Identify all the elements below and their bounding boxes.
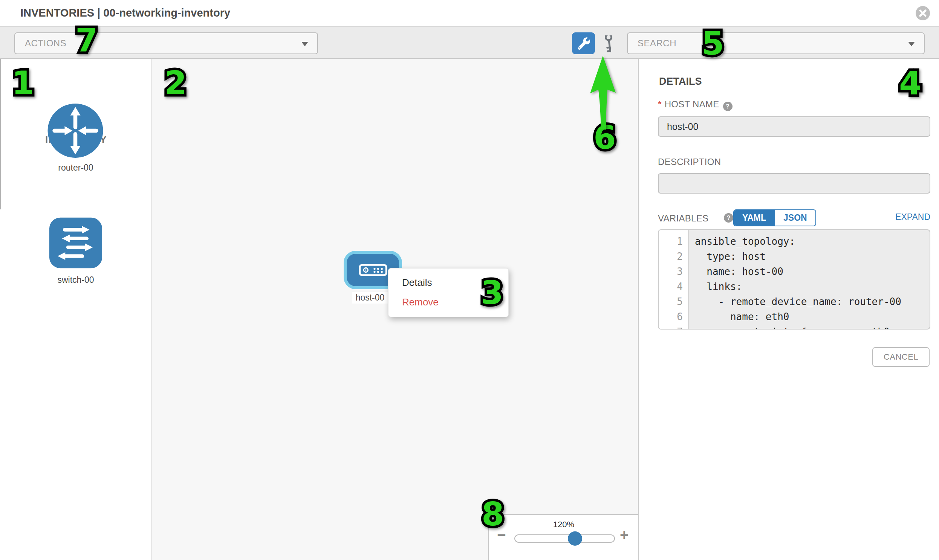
zoom-control-panel: 120% − + bbox=[488, 514, 638, 560]
palette-item-router[interactable] bbox=[47, 102, 104, 160]
editor-line: 2 type: host bbox=[658, 249, 930, 264]
line-number: 1 bbox=[658, 234, 689, 249]
host-name-label-text: HOST NAME bbox=[665, 99, 719, 109]
actions-dropdown-label: ACTIONS bbox=[25, 33, 66, 54]
editor-line: 5 - remote_device_name: router-00 bbox=[658, 294, 930, 309]
description-field-label: DESCRIPTION bbox=[658, 157, 721, 167]
zoom-in-button[interactable]: + bbox=[620, 527, 629, 542]
editor-line: 1ansible_topology: bbox=[658, 234, 930, 249]
toolbar-key-button[interactable] bbox=[600, 35, 618, 53]
search-dropdown-label: SEARCH bbox=[638, 33, 676, 54]
context-menu-item-remove[interactable]: Remove bbox=[402, 296, 439, 308]
line-code: type: host bbox=[689, 249, 766, 264]
router-icon bbox=[47, 102, 104, 159]
search-dropdown[interactable]: SEARCH bbox=[627, 32, 925, 54]
editor-content: 1ansible_topology: 2 type: host 3 name: … bbox=[658, 230, 930, 329]
line-number: 4 bbox=[658, 279, 689, 294]
chevron-down-icon bbox=[301, 42, 308, 46]
line-code: remote_interface_name: eth0 bbox=[689, 324, 890, 329]
key-icon bbox=[601, 35, 618, 53]
details-panel-title: DETAILS bbox=[659, 76, 702, 88]
wrench-icon bbox=[577, 37, 590, 50]
line-number: 5 bbox=[658, 294, 689, 309]
chevron-down-icon bbox=[908, 42, 915, 46]
close-button[interactable] bbox=[916, 6, 930, 20]
required-marker: * bbox=[658, 99, 661, 109]
editor-line: 3 name: host-00 bbox=[658, 264, 930, 279]
help-icon[interactable]: ? bbox=[723, 102, 732, 111]
tab-yaml[interactable]: YAML bbox=[734, 210, 774, 226]
host-icon bbox=[358, 264, 389, 276]
line-code: ansible_topology: bbox=[689, 234, 795, 249]
line-code: name: eth0 bbox=[689, 309, 789, 324]
actions-dropdown[interactable]: ACTIONS bbox=[14, 32, 318, 54]
cancel-button[interactable]: CANCEL bbox=[872, 347, 930, 367]
host-name-input[interactable] bbox=[658, 116, 930, 137]
host-node-label: host-00 bbox=[352, 292, 389, 303]
zoom-slider-thumb[interactable] bbox=[568, 531, 582, 546]
switch-icon bbox=[48, 215, 104, 271]
variables-code-editor[interactable]: 1ansible_topology: 2 type: host 3 name: … bbox=[658, 229, 930, 329]
variables-row: VARIABLES ? YAML JSON EXPAND bbox=[658, 210, 930, 228]
editor-line: 6 name: eth0 bbox=[658, 309, 930, 324]
page-title: INVENTORIES | 00-networking-inventory bbox=[20, 7, 230, 19]
palette-item-router-label: router-00 bbox=[0, 163, 151, 173]
variables-format-toggle: YAML JSON bbox=[733, 209, 816, 226]
left-scrollbar bbox=[0, 59, 1, 209]
editor-line: 4 links: bbox=[658, 279, 930, 294]
palette-item-switch-label: switch-00 bbox=[0, 275, 151, 285]
zoom-out-button[interactable]: − bbox=[497, 527, 506, 542]
page-header: INVENTORIES | 00-networking-inventory bbox=[0, 0, 939, 27]
line-code: links: bbox=[689, 279, 742, 294]
line-number: 2 bbox=[658, 249, 689, 264]
line-code: name: host-00 bbox=[689, 264, 783, 279]
toolbar-wrench-button[interactable] bbox=[572, 32, 595, 54]
zoom-level-value: 120% bbox=[541, 520, 586, 529]
node-context-menu: Details Remove bbox=[388, 268, 509, 317]
description-input[interactable] bbox=[658, 173, 930, 194]
line-number: 3 bbox=[658, 264, 689, 279]
toolbar: ACTIONS SEARCH bbox=[0, 27, 939, 59]
close-icon bbox=[919, 9, 927, 17]
expand-link[interactable]: EXPAND bbox=[895, 212, 930, 222]
palette-item-switch[interactable] bbox=[48, 215, 104, 272]
topology-editor: INVENTORIES | 00-networking-inventory AC… bbox=[0, 0, 939, 560]
help-icon[interactable]: ? bbox=[724, 213, 733, 223]
zoom-slider-track[interactable] bbox=[514, 534, 615, 543]
context-menu-item-details[interactable]: Details bbox=[402, 277, 432, 288]
editor-line: 7 remote_interface_name: eth0 bbox=[658, 324, 930, 329]
line-number: 6 bbox=[658, 309, 689, 324]
tab-json[interactable]: JSON bbox=[774, 210, 816, 226]
host-name-field-label: *HOST NAME? bbox=[658, 99, 732, 111]
line-number: 7 bbox=[658, 324, 689, 329]
variables-label: VARIABLES bbox=[658, 213, 708, 224]
line-code: - remote_device_name: router-00 bbox=[689, 294, 901, 309]
